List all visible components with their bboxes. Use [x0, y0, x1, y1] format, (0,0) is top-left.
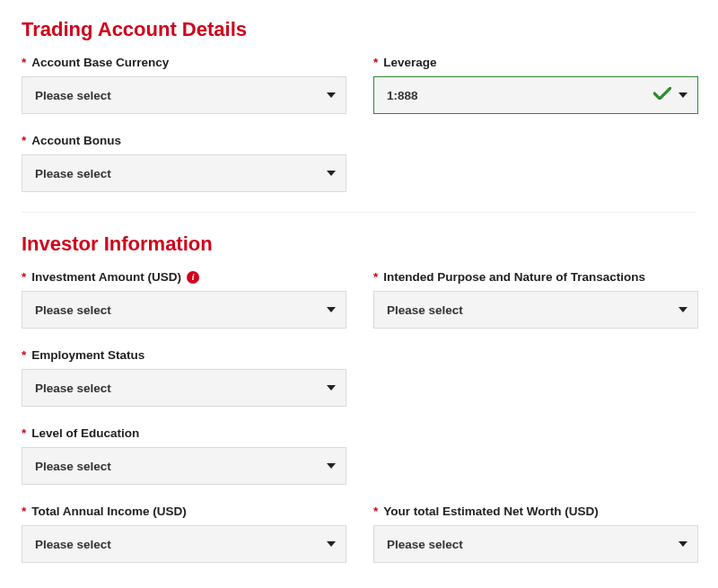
info-icon[interactable]: i [187, 271, 199, 284]
select-wrap-base-currency: Please select [22, 76, 346, 114]
select-purpose[interactable]: Please select [373, 291, 698, 329]
required-asterisk: * [373, 505, 378, 518]
row-investor-4: * Total Annual Income (USD) Please selec… [22, 505, 696, 563]
row-investor-2: * Employment Status Please select [22, 348, 696, 407]
field-employment: * Employment Status Please select [22, 348, 346, 407]
select-bonus[interactable]: Please select [22, 154, 346, 192]
select-wrap-net-worth: Please select [373, 525, 698, 563]
label-invest-amount: * Investment Amount (USD) i [22, 270, 346, 284]
field-purpose: * Intended Purpose and Nature of Transac… [373, 270, 698, 329]
required-asterisk: * [22, 348, 26, 362]
select-wrap-annual-income: Please select [22, 525, 346, 563]
label-net-worth: * Your total Estimated Net Worth (USD) [373, 505, 698, 518]
required-asterisk: * [22, 270, 26, 284]
select-base-currency[interactable]: Please select [22, 76, 346, 114]
field-net-worth: * Your total Estimated Net Worth (USD) P… [373, 505, 698, 563]
field-base-currency: * Account Base Currency Please select [22, 56, 346, 114]
label-text: Total Annual Income (USD) [31, 505, 187, 518]
label-text: Account Base Currency [31, 56, 169, 69]
label-annual-income: * Total Annual Income (USD) [22, 505, 346, 518]
section-divider [22, 212, 696, 213]
select-leverage[interactable]: 1:888 [373, 76, 698, 114]
required-asterisk: * [22, 426, 26, 440]
section-title-trading: Trading Account Details [22, 18, 696, 41]
field-education: * Level of Education Please select [22, 426, 346, 485]
required-asterisk: * [22, 56, 26, 69]
required-asterisk: * [22, 134, 26, 147]
required-asterisk: * [373, 56, 378, 69]
select-wrap-employment: Please select [22, 369, 346, 407]
select-wrap-invest-amount: Please select [22, 291, 346, 329]
label-text: Account Bonus [31, 134, 121, 147]
label-text: Employment Status [31, 348, 144, 362]
select-wrap-bonus: Please select [22, 154, 346, 192]
label-purpose: * Intended Purpose and Nature of Transac… [373, 270, 698, 284]
label-bonus: * Account Bonus [22, 134, 346, 147]
select-education[interactable]: Please select [22, 447, 346, 485]
label-text: Leverage [383, 56, 436, 69]
select-wrap-purpose: Please select [373, 291, 698, 329]
select-wrap-education: Please select [22, 447, 346, 485]
select-invest-amount[interactable]: Please select [22, 291, 346, 329]
label-education: * Level of Education [22, 426, 346, 440]
label-base-currency: * Account Base Currency [22, 56, 346, 69]
select-net-worth[interactable]: Please select [373, 525, 698, 563]
select-wrap-leverage: 1:888 [373, 76, 698, 114]
select-annual-income[interactable]: Please select [22, 525, 346, 563]
row-trading-2: * Account Bonus Please select [22, 134, 696, 192]
label-text: Your total Estimated Net Worth (USD) [383, 505, 599, 518]
select-employment[interactable]: Please select [22, 369, 346, 407]
row-investor-1: * Investment Amount (USD) i Please selec… [22, 270, 696, 329]
field-bonus: * Account Bonus Please select [22, 134, 346, 192]
label-text: Intended Purpose and Nature of Transacti… [383, 270, 645, 284]
required-asterisk: * [373, 270, 378, 284]
label-text: Investment Amount (USD) [31, 270, 181, 284]
row-investor-3: * Level of Education Please select [22, 426, 696, 485]
field-invest-amount: * Investment Amount (USD) i Please selec… [22, 270, 346, 329]
field-annual-income: * Total Annual Income (USD) Please selec… [22, 505, 346, 563]
label-text: Level of Education [31, 426, 139, 440]
label-employment: * Employment Status [22, 348, 346, 362]
row-trading-1: * Account Base Currency Please select * … [22, 56, 696, 114]
field-leverage: * Leverage 1:888 [373, 56, 698, 114]
label-leverage: * Leverage [373, 56, 698, 69]
section-title-investor: Investor Information [22, 233, 696, 256]
required-asterisk: * [22, 505, 26, 518]
